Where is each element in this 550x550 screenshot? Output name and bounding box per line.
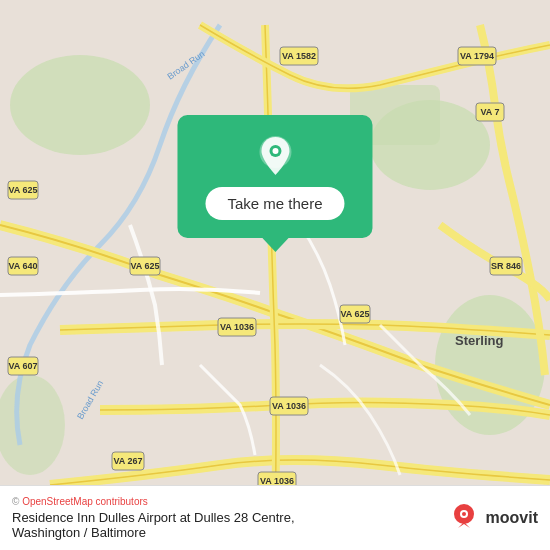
svg-text:VA 267: VA 267 — [113, 456, 142, 466]
info-left: © OpenStreetMap contributors Residence I… — [12, 496, 295, 540]
osm-link[interactable]: OpenStreetMap contributors — [22, 496, 148, 507]
location-name: Residence Inn Dulles Airport at Dulles 2… — [12, 510, 295, 525]
moovit-text: moovit — [486, 509, 538, 527]
info-bar: © OpenStreetMap contributors Residence I… — [0, 485, 550, 550]
svg-text:VA 1036: VA 1036 — [272, 401, 306, 411]
svg-text:VA 640: VA 640 — [8, 261, 37, 271]
copyright-prefix: © — [12, 496, 22, 507]
moovit-icon — [446, 500, 482, 536]
moovit-logo[interactable]: moovit — [446, 500, 538, 536]
copyright-text: © OpenStreetMap contributors — [12, 496, 295, 507]
svg-text:VA 1794: VA 1794 — [460, 51, 494, 61]
svg-text:VA 625: VA 625 — [8, 185, 37, 195]
location-region: Washington / Baltimore — [12, 525, 295, 540]
svg-text:VA 625: VA 625 — [130, 261, 159, 271]
svg-text:Sterling: Sterling — [455, 333, 503, 348]
svg-text:VA 7: VA 7 — [480, 107, 499, 117]
map-container: Broad Run VA 1582 — [0, 0, 550, 550]
svg-text:SR 846: SR 846 — [491, 261, 521, 271]
svg-text:VA 607: VA 607 — [8, 361, 37, 371]
svg-point-37 — [272, 148, 278, 154]
svg-point-1 — [10, 55, 150, 155]
svg-text:VA 625: VA 625 — [340, 309, 369, 319]
svg-text:VA 1036: VA 1036 — [220, 322, 254, 332]
svg-point-41 — [462, 512, 466, 516]
popup-card: Take me there — [177, 115, 372, 238]
take-me-there-button[interactable]: Take me there — [205, 187, 344, 220]
svg-text:VA 1582: VA 1582 — [282, 51, 316, 61]
location-pin-icon — [253, 133, 297, 177]
